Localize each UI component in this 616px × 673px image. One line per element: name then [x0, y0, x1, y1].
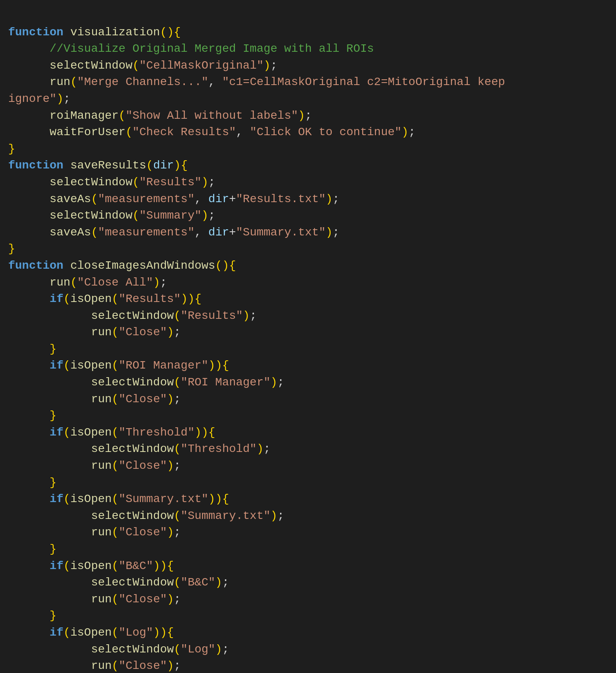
- call-selectWindow-2: selectWindow: [50, 176, 133, 189]
- call-run-2: run: [50, 276, 70, 289]
- call-selectWindow-7: selectWindow: [91, 509, 174, 522]
- function-name-closeImagesAndWindows: closeImagesAndWindows: [70, 259, 215, 272]
- call-run-4: run: [91, 393, 112, 406]
- call-run-3: run: [91, 326, 112, 339]
- call-selectWindow-3: selectWindow: [50, 209, 133, 222]
- call-run-1: run: [50, 76, 70, 88]
- call-isOpen-3: isOpen: [70, 426, 112, 439]
- call-waitForUser: waitForUser: [50, 126, 126, 138]
- call-roiManager: roiManager: [50, 109, 119, 122]
- call-run-8: run: [91, 659, 112, 672]
- call-isOpen-2: isOpen: [70, 359, 112, 372]
- call-run-6: run: [91, 526, 112, 539]
- call-saveAs-2: saveAs: [50, 226, 91, 239]
- call-selectWindow-5: selectWindow: [91, 376, 174, 389]
- call-selectWindow-1: selectWindow: [50, 59, 133, 72]
- function-name-saveResults: saveResults: [70, 159, 146, 172]
- call-isOpen-6: isOpen: [70, 626, 112, 639]
- keyword-if-3: if: [50, 426, 64, 439]
- keyword-if-2: if: [50, 359, 64, 372]
- call-selectWindow-8: selectWindow: [91, 576, 174, 589]
- call-isOpen-4: isOpen: [70, 493, 112, 505]
- keyword-if-6: if: [50, 626, 64, 639]
- code-editor: function visualization(){ //Visualize Or…: [0, 4, 616, 673]
- keyword-function-1: function: [8, 26, 63, 39]
- comment-1: //Visualize Original Merged Image with a…: [50, 42, 374, 55]
- call-run-7: run: [91, 593, 112, 606]
- keyword-if-5: if: [50, 560, 64, 572]
- keyword-if-4: if: [50, 493, 64, 505]
- call-selectWindow-4: selectWindow: [91, 309, 174, 322]
- keyword-function-3: function: [8, 259, 63, 272]
- call-run-5: run: [91, 459, 112, 472]
- call-selectWindow-6: selectWindow: [91, 443, 174, 455]
- call-isOpen-1: isOpen: [70, 293, 112, 305]
- call-isOpen-5: isOpen: [70, 560, 112, 572]
- keyword-if-1: if: [50, 293, 64, 305]
- call-saveAs-1: saveAs: [50, 193, 91, 205]
- keyword-function-2: function: [8, 159, 63, 172]
- call-selectWindow-9: selectWindow: [91, 643, 174, 656]
- function-name-visualization: visualization: [70, 26, 160, 39]
